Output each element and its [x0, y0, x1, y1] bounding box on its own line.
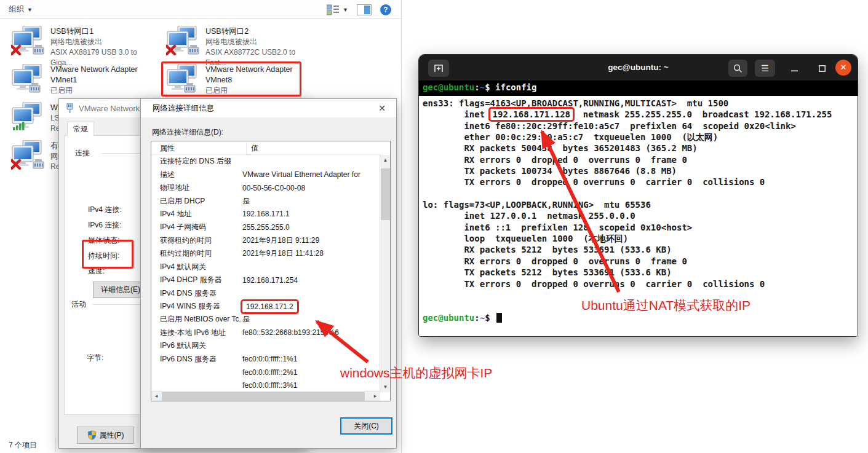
network-details-dialog: 网络连接详细信息 ✕ 网络连接详细信息(D): 属性 值 连接特定的 DNS 后… — [140, 98, 397, 449]
details-table-row[interactable]: 描述VMware Virtual Ethernet Adapter for — [151, 168, 380, 181]
details-table-row[interactable]: IPv4 子网掩码255.255.255.0 — [151, 221, 380, 234]
terminal-output-line: inet6 ::1 prefixlen 128 scopeid 0x10<hos… — [423, 222, 858, 233]
details-row-property: IPv4 DHCP 服务器 — [151, 275, 242, 285]
details-table-row[interactable]: IPv6 DNS 服务器fec0:0:0:ffff::1%1 — [151, 353, 380, 366]
new-tab-button[interactable] — [428, 60, 449, 77]
scroll-right-icon[interactable]: ▸ — [370, 392, 380, 401]
media-state-label: 媒体状态: — [88, 235, 119, 246]
details-row-property: IPv4 WINS 服务器 — [151, 301, 242, 312]
terminal-output-line: TX packets 5212 bytes 533691 (533.6 KB) — [423, 267, 858, 278]
details-table-row[interactable]: 已启用 NetBIOS over Tc...是 — [151, 313, 380, 326]
adapter-status: 已启用 — [50, 85, 153, 96]
horizontal-scroll-thumb[interactable] — [162, 392, 365, 401]
bytes-label: 字节: — [87, 353, 103, 363]
details-table-row[interactable]: IPv6 默认网关 — [151, 339, 380, 352]
preview-pane-icon[interactable] — [357, 4, 372, 15]
terminal-output-line: RX errors 0 dropped 0 overruns 0 frame 0 — [423, 154, 858, 165]
adapter-item-usb2[interactable]: USB转网口2 网络电缆被拔出 ASIX AX88772C USB2.0 to … — [166, 26, 314, 68]
organize-menu-button[interactable]: 组织▼ — [9, 4, 33, 15]
close-button[interactable]: 关闭(C) — [340, 417, 392, 435]
terminal-output-line — [423, 188, 858, 199]
details-table-row[interactable]: IPv4 DNS 服务器 — [151, 286, 380, 299]
column-divider[interactable] — [246, 143, 247, 154]
adapter-item-usb1[interactable]: USB转网口1 网络电缆被拔出 ASIX AX88179 USB 3.0 to … — [11, 26, 159, 68]
details-row-property: IPv6 DNS 服务器 — [151, 354, 242, 364]
details-row-property: IPv4 地址 — [151, 209, 242, 219]
details-row-value: 2021年9月18日 11:41:28 — [242, 248, 324, 259]
chevron-down-icon: ▼ — [27, 7, 33, 13]
change-view-icon[interactable] — [327, 4, 339, 15]
adapter-name: VMware Network Adapter VMnet8 — [205, 65, 308, 85]
tab-general[interactable]: 常规 — [67, 122, 94, 136]
details-table-row[interactable]: IPv4 默认网关 — [151, 261, 380, 274]
search-button[interactable] — [728, 60, 747, 77]
activity-group-label: 活动 — [70, 299, 88, 310]
terminal-output-lines: ens33: flags=4163<UP,BROADCAST,RUNNING,M… — [423, 98, 858, 301]
details-table-row[interactable]: 已启用 DHCP是 — [151, 194, 380, 207]
details-listview: 属性 值 连接特定的 DNS 后缀描述VMware Virtual Ethern… — [151, 141, 391, 401]
details-row-property: 连接特定的 DNS 后缀 — [151, 156, 242, 167]
scroll-up-icon[interactable]: ▲ — [380, 155, 391, 165]
details-table-row[interactable]: IPv4 地址192.168.171.1 — [151, 208, 380, 221]
minimize-icon — [791, 70, 798, 72]
ubuntu-terminal-window: gec@ubuntu: ~ ☰ ✕ gec@ubuntu:~$ ifconfig… — [418, 54, 858, 337]
annotation-ubuntu-ip: Ubuntu通过NAT模式获取的IP — [581, 297, 751, 314]
close-icon[interactable]: ✕ — [374, 101, 390, 116]
adapter-status: 已启用 — [205, 85, 308, 96]
details-table-row[interactable]: 租约过期的时间2021年9月18日 11:41:28 — [151, 247, 380, 260]
terminal-output-line: RX packets 500438 bytes 365201483 (365.2… — [423, 143, 858, 154]
connection-group-label: 连接 — [73, 148, 92, 159]
terminal-output-line: RX packets 5212 bytes 533691 (533.6 KB) — [423, 244, 858, 255]
listview-header[interactable]: 属性 值 — [151, 141, 380, 155]
details-row-property: IPv4 子网掩码 — [151, 222, 242, 232]
terminal-cursor — [496, 313, 502, 323]
prompt-user: gec@ubuntu — [423, 313, 474, 323]
vertical-scrollbar[interactable]: ▲ ▼ — [380, 155, 390, 392]
terminal-output-line: TX errors 0 dropped 0 overruns 0 carrier… — [423, 176, 858, 187]
scroll-left-icon[interactable]: ◂ — [151, 392, 161, 401]
help-icon[interactable]: ? — [380, 4, 391, 15]
view-dropdown-caret-icon[interactable]: ▼ — [343, 7, 348, 13]
scroll-down-icon[interactable]: ▼ — [380, 382, 391, 392]
minimize-button[interactable] — [785, 60, 803, 77]
details-table-row[interactable]: 获得租约的时间2021年9月18日 9:11:29 — [151, 234, 380, 247]
adapter-status: 网络电缆被拔出 — [205, 37, 314, 47]
organize-label: 组织 — [9, 5, 24, 14]
details-row-property: 物理地址 — [151, 183, 242, 193]
details-table-row[interactable]: 物理地址00-50-56-C0-00-08 — [151, 181, 380, 194]
details-row-value: fec0:0:0:ffff::2%1 — [242, 368, 297, 377]
adapter-item-vmnet1[interactable]: VMware Network Adapter VMnet1 已启用 — [11, 64, 153, 96]
speed-label: 速度: — [88, 266, 105, 277]
maximize-button[interactable] — [813, 60, 831, 77]
details-table-row[interactable]: 连接特定的 DNS 后缀 — [151, 155, 380, 168]
duration-label: 持续时间: — [88, 251, 119, 261]
details-table-row[interactable]: IPv4 WINS 服务器192.168.171.2 — [151, 300, 380, 313]
vertical-scroll-thumb[interactable] — [381, 168, 390, 220]
uac-shield-icon — [87, 430, 97, 440]
menu-button[interactable]: ☰ — [755, 60, 775, 77]
close-window-button[interactable]: ✕ — [835, 60, 851, 76]
terminal-output-line: inet6 fe80::20c:29ff:fe10:a5c7 prefixlen… — [423, 120, 858, 132]
details-row-value: fec0:0:0:ffff::3%1 — [242, 381, 297, 390]
terminal-titlebar[interactable]: gec@ubuntu: ~ ☰ ✕ — [419, 55, 858, 81]
terminal-output-line: lo: flags=73<UP,LOOPBACK,RUNNING> mtu 65… — [423, 199, 858, 210]
terminal-output-line: TX packets 100734 bytes 8867646 (8.8 MB) — [423, 165, 858, 176]
details-row-value: 2021年9月18日 9:11:29 — [242, 235, 319, 246]
details-table-row[interactable]: 连接-本地 IPv6 地址fe80::532:2668:b193:215c%6 — [151, 326, 380, 339]
terminal-output-line: loop txqueuelen 1000 (本地环回) — [423, 233, 858, 244]
column-header-value[interactable]: 值 — [251, 143, 258, 154]
details-row-property: 已启用 DHCP — [151, 196, 242, 207]
adapter-name: VMware Network Adapter VMnet1 — [50, 65, 153, 85]
details-row-value: VMware Virtual Ethernet Adapter for — [242, 170, 360, 179]
details-table-row[interactable]: IPv4 DHCP 服务器192.168.171.254 — [151, 274, 380, 286]
adapter-item-vmnet8[interactable]: VMware Network Adapter VMnet8 已启用 — [166, 64, 308, 96]
details-row-property: 租约过期的时间 — [151, 248, 242, 259]
horizontal-scrollbar[interactable]: ◂ ▸ — [151, 391, 380, 401]
details-dialog-titlebar[interactable]: 网络连接详细信息 ✕ — [141, 99, 396, 117]
network-adapter-wifi-icon — [11, 102, 46, 132]
adapter-name: USB转网口2 — [205, 26, 314, 37]
column-header-property[interactable]: 属性 — [160, 143, 175, 154]
properties-button[interactable]: 属性(P) — [77, 427, 134, 444]
details-row-value: fe80::532:2668:b193:215c%6 — [242, 328, 339, 337]
details-row-value: 255.255.255.0 — [242, 223, 290, 232]
